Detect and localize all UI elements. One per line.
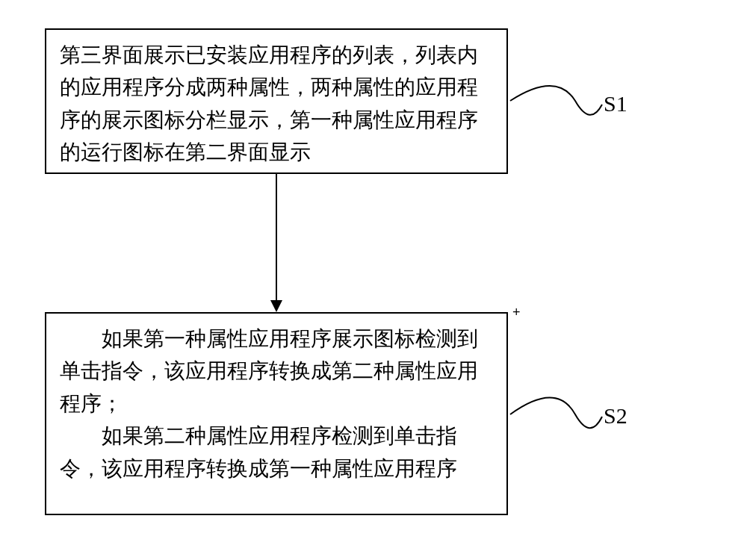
flow-step-s2: 如果第一种属性应用程序展示图标检测到单击指令，该应用程序转换成第二种属性应用程序… — [45, 312, 508, 515]
svg-marker-1 — [270, 300, 282, 312]
step-label-s1: S1 — [604, 91, 627, 116]
step-label-s2: S2 — [604, 403, 627, 429]
flow-step-s2-para2: 如果第二种属性应用程序检测到单击指令，该应用程序转换成第一种属性应用程序 — [60, 420, 493, 485]
flow-step-s2-para1: 如果第一种属性应用程序展示图标检测到单击指令，该应用程序转换成第二种属性应用程序… — [60, 323, 493, 420]
cross-mark-icon: + — [512, 305, 521, 320]
flow-step-s1: 第三界面展示已安装应用程序的列表，列表内的应用程序分成两种属性，两种属性的应用程… — [45, 28, 508, 174]
flow-step-s1-text: 第三界面展示已安装应用程序的列表，列表内的应用程序分成两种属性，两种属性的应用程… — [60, 43, 478, 164]
